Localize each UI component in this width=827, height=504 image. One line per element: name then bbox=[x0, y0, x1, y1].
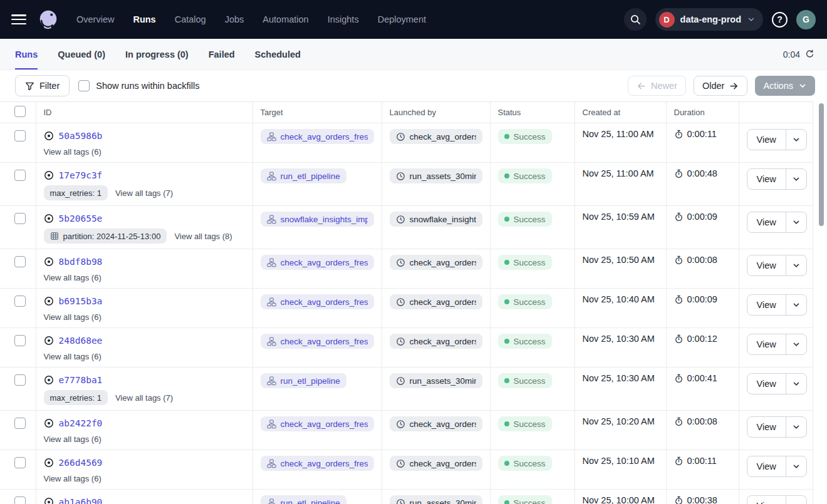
table-row: 17e79c3fmax_retries: 1View all tags (7)r… bbox=[0, 163, 813, 206]
target-chip[interactable]: snowflake_insights_import bbox=[261, 212, 374, 227]
select-all-checkbox[interactable] bbox=[14, 106, 26, 117]
newer-button[interactable]: Newer bbox=[628, 76, 686, 96]
run-tag-pill[interactable]: max_retries: 1 bbox=[44, 185, 108, 200]
run-id-link[interactable]: 50a5986b bbox=[59, 131, 103, 141]
nav-item-insights[interactable]: Insights bbox=[328, 14, 359, 24]
launched-by-chip[interactable]: check_avg_orders_f… bbox=[390, 334, 482, 349]
show-backfills-checkbox[interactable] bbox=[78, 80, 90, 91]
target-chip[interactable]: check_avg_orders_freshne bbox=[261, 334, 374, 349]
run-id-link[interactable]: ab1a6b90 bbox=[59, 497, 103, 504]
view-all-tags-link[interactable]: View all tags (7) bbox=[115, 188, 173, 198]
view-button[interactable]: View bbox=[747, 255, 786, 275]
row-checkbox[interactable] bbox=[14, 296, 26, 307]
user-avatar[interactable]: G bbox=[796, 10, 816, 29]
view-dropdown-button[interactable] bbox=[786, 255, 806, 275]
run-tag-pill[interactable]: partition: 2024-11-25-13:00 bbox=[44, 229, 167, 244]
hamburger-menu-icon[interactable] bbox=[11, 14, 26, 24]
run-id-link[interactable]: e7778ba1 bbox=[59, 375, 103, 385]
view-button[interactable]: View bbox=[747, 456, 786, 476]
tab-runs[interactable]: Runs bbox=[15, 39, 38, 69]
row-checkbox[interactable] bbox=[14, 374, 26, 386]
actions-button[interactable]: Actions bbox=[755, 76, 815, 96]
nav-item-catalog[interactable]: Catalog bbox=[175, 14, 206, 24]
view-button[interactable]: View bbox=[747, 496, 786, 504]
vertical-scrollbar-thumb[interactable] bbox=[819, 103, 824, 226]
view-dropdown-button[interactable] bbox=[786, 334, 806, 354]
older-button[interactable]: Older bbox=[694, 76, 747, 96]
tab-scheduled[interactable]: Scheduled bbox=[255, 39, 301, 69]
view-dropdown-button[interactable] bbox=[786, 374, 806, 394]
row-checkbox[interactable] bbox=[14, 213, 26, 224]
view-dropdown-button[interactable] bbox=[786, 496, 806, 504]
run-id-link[interactable]: ab2422f0 bbox=[59, 418, 103, 428]
view-button[interactable]: View bbox=[747, 212, 786, 232]
target-chip[interactable]: check_avg_orders_freshne bbox=[261, 456, 374, 471]
row-checkbox[interactable] bbox=[14, 170, 26, 181]
nav-item-automation[interactable]: Automation bbox=[263, 14, 308, 24]
search-button[interactable] bbox=[624, 8, 647, 31]
run-id-link[interactable]: 248d68ee bbox=[59, 336, 103, 346]
launched-by-chip[interactable]: check_avg_orders_f… bbox=[390, 456, 482, 471]
view-button[interactable]: View bbox=[747, 417, 786, 437]
nav-item-runs[interactable]: Runs bbox=[133, 14, 155, 24]
duration-value: 0:00:08 bbox=[687, 255, 717, 265]
row-checkbox[interactable] bbox=[14, 496, 26, 504]
target-chip[interactable]: run_etl_pipeline bbox=[261, 373, 346, 388]
target-chip[interactable]: check_avg_orders_freshne bbox=[261, 129, 374, 144]
view-all-tags-link[interactable]: View all tags (6) bbox=[44, 147, 101, 157]
view-dropdown-button[interactable] bbox=[786, 169, 806, 189]
run-id-link[interactable]: b6915b3a bbox=[59, 296, 103, 306]
launched-by-chip[interactable]: check_avg_orders_f… bbox=[390, 129, 482, 144]
view-dropdown-button[interactable] bbox=[786, 130, 806, 150]
view-all-tags-link[interactable]: View all tags (6) bbox=[44, 273, 101, 282]
tab-queued-0[interactable]: Queued (0) bbox=[58, 39, 105, 69]
view-all-tags-link[interactable]: View all tags (8) bbox=[174, 232, 232, 241]
view-all-tags-link[interactable]: View all tags (6) bbox=[44, 435, 101, 444]
run-tag-pill[interactable]: max_retries: 1 bbox=[44, 390, 108, 405]
view-all-tags-link[interactable]: View all tags (6) bbox=[44, 352, 101, 361]
tab-in-progress-0[interactable]: In progress (0) bbox=[125, 39, 189, 69]
target-chip[interactable]: check_avg_orders_freshne bbox=[261, 255, 374, 270]
view-button[interactable]: View bbox=[747, 374, 786, 394]
target-chip[interactable]: run_etl_pipeline bbox=[261, 168, 346, 183]
dagster-logo-icon[interactable] bbox=[36, 8, 60, 31]
nav-item-jobs[interactable]: Jobs bbox=[225, 14, 244, 24]
launched-by-chip[interactable]: run_assets_30min bbox=[390, 373, 482, 388]
row-checkbox[interactable] bbox=[14, 256, 26, 267]
view-dropdown-button[interactable] bbox=[786, 295, 806, 315]
run-id-link[interactable]: 8bdf8b98 bbox=[59, 257, 103, 267]
launched-by-chip[interactable]: snowflake_insights_… bbox=[390, 212, 482, 227]
view-dropdown-button[interactable] bbox=[786, 456, 806, 476]
tab-failed[interactable]: Failed bbox=[209, 39, 235, 69]
row-checkbox[interactable] bbox=[14, 335, 26, 346]
view-button[interactable]: View bbox=[747, 130, 786, 150]
view-dropdown-button[interactable] bbox=[786, 417, 806, 437]
run-id-link[interactable]: 17e79c3f bbox=[59, 170, 103, 180]
row-checkbox[interactable] bbox=[14, 418, 26, 429]
launched-by-chip[interactable]: check_avg_orders_f… bbox=[390, 255, 482, 270]
run-id-link[interactable]: 266d4569 bbox=[59, 458, 103, 468]
row-checkbox[interactable] bbox=[14, 130, 26, 141]
launched-by-chip[interactable]: run_assets_30min bbox=[390, 495, 482, 504]
view-button[interactable]: View bbox=[747, 169, 786, 189]
launched-by-chip[interactable]: run_assets_30min bbox=[390, 168, 482, 183]
launched-by-chip[interactable]: check_avg_orders_f… bbox=[390, 416, 482, 431]
target-chip[interactable]: check_avg_orders_freshne bbox=[261, 294, 374, 309]
target-chip[interactable]: run_etl_pipeline bbox=[261, 495, 346, 504]
view-dropdown-button[interactable] bbox=[786, 212, 806, 232]
help-icon[interactable]: ? bbox=[772, 12, 788, 28]
deployment-switcher[interactable]: D data-eng-prod bbox=[655, 8, 763, 31]
view-button[interactable]: View bbox=[747, 334, 786, 354]
view-all-tags-link[interactable]: View all tags (7) bbox=[115, 393, 173, 403]
filter-button[interactable]: Filter bbox=[15, 75, 70, 96]
view-all-tags-link[interactable]: View all tags (6) bbox=[44, 474, 101, 483]
launched-by-chip[interactable]: check_avg_orders_f… bbox=[390, 294, 482, 309]
row-checkbox[interactable] bbox=[14, 457, 26, 468]
run-id-link[interactable]: 5b20655e bbox=[59, 213, 103, 224]
target-chip[interactable]: check_avg_orders_freshne bbox=[261, 416, 374, 431]
nav-item-deployment[interactable]: Deployment bbox=[378, 14, 426, 24]
view-button[interactable]: View bbox=[747, 295, 786, 315]
view-all-tags-link[interactable]: View all tags (6) bbox=[44, 312, 101, 322]
nav-item-overview[interactable]: Overview bbox=[76, 14, 114, 24]
refresh-icon[interactable] bbox=[805, 49, 814, 59]
